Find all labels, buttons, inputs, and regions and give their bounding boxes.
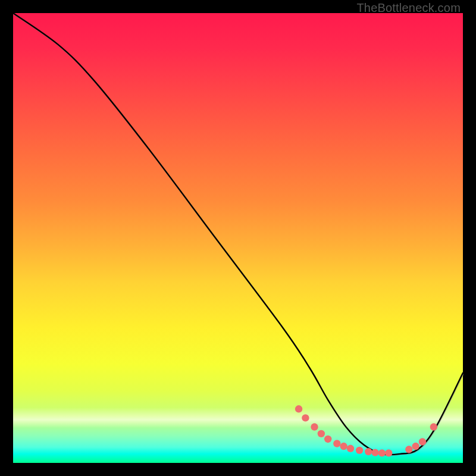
data-marker (385, 449, 392, 456)
stage: TheBottleneck.com (0, 0, 476, 476)
plot-area (13, 13, 463, 463)
data-marker (324, 436, 331, 443)
data-marker (371, 449, 378, 456)
data-marker (311, 423, 318, 430)
curve-line (13, 13, 463, 455)
data-marker (295, 405, 302, 412)
data-marker (318, 430, 325, 437)
curve-layer (13, 13, 464, 456)
data-marker (430, 423, 437, 430)
curve-shadow (14, 14, 464, 455)
data-marker (302, 414, 309, 421)
data-marker (356, 447, 363, 454)
data-marker (347, 445, 354, 452)
data-marker (405, 446, 412, 453)
data-marker (419, 438, 426, 445)
data-marker (378, 449, 386, 456)
marker-layer (295, 405, 437, 456)
data-marker (340, 443, 347, 450)
data-marker (333, 440, 340, 447)
chart-svg (13, 13, 463, 463)
data-marker (412, 443, 419, 450)
data-marker (365, 448, 372, 455)
